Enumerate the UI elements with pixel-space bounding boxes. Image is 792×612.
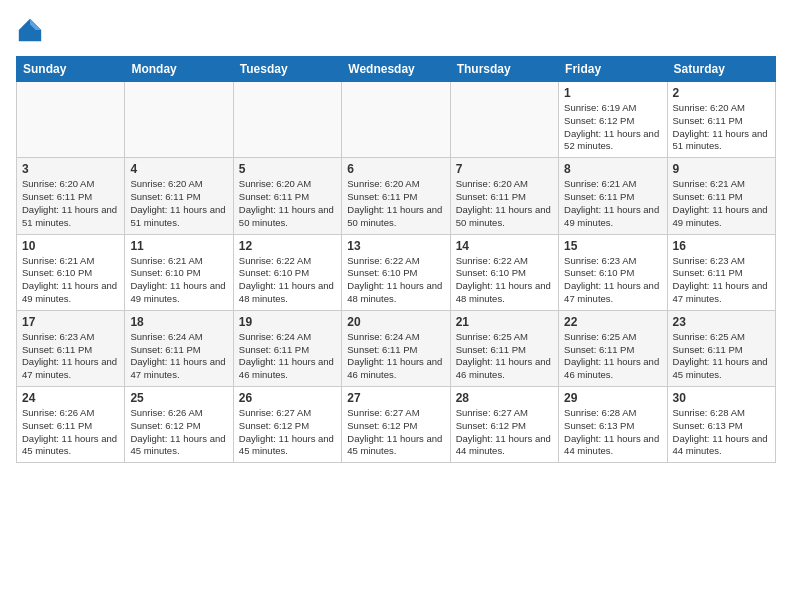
day-info: Sunrise: 6:20 AM Sunset: 6:11 PM Dayligh… [347, 178, 444, 229]
calendar-cell: 14Sunrise: 6:22 AM Sunset: 6:10 PM Dayli… [450, 234, 558, 310]
page-header [16, 16, 776, 44]
calendar-cell: 5Sunrise: 6:20 AM Sunset: 6:11 PM Daylig… [233, 158, 341, 234]
day-info: Sunrise: 6:23 AM Sunset: 6:11 PM Dayligh… [22, 331, 119, 382]
day-number: 27 [347, 391, 444, 405]
calendar-cell: 10Sunrise: 6:21 AM Sunset: 6:10 PM Dayli… [17, 234, 125, 310]
day-info: Sunrise: 6:20 AM Sunset: 6:11 PM Dayligh… [673, 102, 770, 153]
day-info: Sunrise: 6:19 AM Sunset: 6:12 PM Dayligh… [564, 102, 661, 153]
weekday-header: Tuesday [233, 57, 341, 82]
day-info: Sunrise: 6:26 AM Sunset: 6:11 PM Dayligh… [22, 407, 119, 458]
day-number: 28 [456, 391, 553, 405]
day-number: 10 [22, 239, 119, 253]
calendar-week-row: 24Sunrise: 6:26 AM Sunset: 6:11 PM Dayli… [17, 387, 776, 463]
calendar-cell: 9Sunrise: 6:21 AM Sunset: 6:11 PM Daylig… [667, 158, 775, 234]
day-number: 2 [673, 86, 770, 100]
day-number: 5 [239, 162, 336, 176]
day-number: 25 [130, 391, 227, 405]
weekday-header: Saturday [667, 57, 775, 82]
calendar-cell: 16Sunrise: 6:23 AM Sunset: 6:11 PM Dayli… [667, 234, 775, 310]
day-number: 1 [564, 86, 661, 100]
day-info: Sunrise: 6:20 AM Sunset: 6:11 PM Dayligh… [239, 178, 336, 229]
weekday-header: Friday [559, 57, 667, 82]
day-info: Sunrise: 6:20 AM Sunset: 6:11 PM Dayligh… [22, 178, 119, 229]
calendar-cell: 11Sunrise: 6:21 AM Sunset: 6:10 PM Dayli… [125, 234, 233, 310]
calendar-cell: 26Sunrise: 6:27 AM Sunset: 6:12 PM Dayli… [233, 387, 341, 463]
calendar-cell: 6Sunrise: 6:20 AM Sunset: 6:11 PM Daylig… [342, 158, 450, 234]
calendar-cell: 20Sunrise: 6:24 AM Sunset: 6:11 PM Dayli… [342, 310, 450, 386]
calendar-cell: 30Sunrise: 6:28 AM Sunset: 6:13 PM Dayli… [667, 387, 775, 463]
day-number: 22 [564, 315, 661, 329]
day-number: 19 [239, 315, 336, 329]
weekday-header: Sunday [17, 57, 125, 82]
calendar-week-row: 3Sunrise: 6:20 AM Sunset: 6:11 PM Daylig… [17, 158, 776, 234]
day-number: 7 [456, 162, 553, 176]
day-number: 9 [673, 162, 770, 176]
day-number: 11 [130, 239, 227, 253]
day-number: 15 [564, 239, 661, 253]
day-info: Sunrise: 6:25 AM Sunset: 6:11 PM Dayligh… [673, 331, 770, 382]
day-info: Sunrise: 6:24 AM Sunset: 6:11 PM Dayligh… [239, 331, 336, 382]
day-number: 30 [673, 391, 770, 405]
calendar-cell: 24Sunrise: 6:26 AM Sunset: 6:11 PM Dayli… [17, 387, 125, 463]
calendar-cell [17, 82, 125, 158]
day-info: Sunrise: 6:21 AM Sunset: 6:11 PM Dayligh… [673, 178, 770, 229]
weekday-header: Wednesday [342, 57, 450, 82]
calendar-cell: 2Sunrise: 6:20 AM Sunset: 6:11 PM Daylig… [667, 82, 775, 158]
day-number: 8 [564, 162, 661, 176]
calendar-cell: 22Sunrise: 6:25 AM Sunset: 6:11 PM Dayli… [559, 310, 667, 386]
calendar-cell [450, 82, 558, 158]
calendar-cell: 28Sunrise: 6:27 AM Sunset: 6:12 PM Dayli… [450, 387, 558, 463]
calendar-cell: 18Sunrise: 6:24 AM Sunset: 6:11 PM Dayli… [125, 310, 233, 386]
day-info: Sunrise: 6:20 AM Sunset: 6:11 PM Dayligh… [456, 178, 553, 229]
day-info: Sunrise: 6:23 AM Sunset: 6:10 PM Dayligh… [564, 255, 661, 306]
day-number: 26 [239, 391, 336, 405]
day-info: Sunrise: 6:20 AM Sunset: 6:11 PM Dayligh… [130, 178, 227, 229]
calendar-table: SundayMondayTuesdayWednesdayThursdayFrid… [16, 56, 776, 463]
day-number: 3 [22, 162, 119, 176]
calendar-week-row: 10Sunrise: 6:21 AM Sunset: 6:10 PM Dayli… [17, 234, 776, 310]
day-number: 14 [456, 239, 553, 253]
calendar-cell: 19Sunrise: 6:24 AM Sunset: 6:11 PM Dayli… [233, 310, 341, 386]
calendar-cell: 25Sunrise: 6:26 AM Sunset: 6:12 PM Dayli… [125, 387, 233, 463]
calendar-cell [342, 82, 450, 158]
day-info: Sunrise: 6:27 AM Sunset: 6:12 PM Dayligh… [347, 407, 444, 458]
calendar-cell: 15Sunrise: 6:23 AM Sunset: 6:10 PM Dayli… [559, 234, 667, 310]
calendar-cell: 7Sunrise: 6:20 AM Sunset: 6:11 PM Daylig… [450, 158, 558, 234]
weekday-header: Monday [125, 57, 233, 82]
calendar-cell: 27Sunrise: 6:27 AM Sunset: 6:12 PM Dayli… [342, 387, 450, 463]
day-info: Sunrise: 6:27 AM Sunset: 6:12 PM Dayligh… [239, 407, 336, 458]
weekday-header-row: SundayMondayTuesdayWednesdayThursdayFrid… [17, 57, 776, 82]
day-info: Sunrise: 6:23 AM Sunset: 6:11 PM Dayligh… [673, 255, 770, 306]
day-info: Sunrise: 6:25 AM Sunset: 6:11 PM Dayligh… [564, 331, 661, 382]
day-number: 12 [239, 239, 336, 253]
day-info: Sunrise: 6:22 AM Sunset: 6:10 PM Dayligh… [456, 255, 553, 306]
day-number: 29 [564, 391, 661, 405]
day-number: 21 [456, 315, 553, 329]
day-number: 6 [347, 162, 444, 176]
day-number: 4 [130, 162, 227, 176]
calendar-cell: 29Sunrise: 6:28 AM Sunset: 6:13 PM Dayli… [559, 387, 667, 463]
calendar-week-row: 1Sunrise: 6:19 AM Sunset: 6:12 PM Daylig… [17, 82, 776, 158]
calendar-cell: 17Sunrise: 6:23 AM Sunset: 6:11 PM Dayli… [17, 310, 125, 386]
calendar-cell: 13Sunrise: 6:22 AM Sunset: 6:10 PM Dayli… [342, 234, 450, 310]
calendar-cell [233, 82, 341, 158]
day-number: 24 [22, 391, 119, 405]
day-info: Sunrise: 6:24 AM Sunset: 6:11 PM Dayligh… [347, 331, 444, 382]
day-info: Sunrise: 6:27 AM Sunset: 6:12 PM Dayligh… [456, 407, 553, 458]
day-info: Sunrise: 6:22 AM Sunset: 6:10 PM Dayligh… [239, 255, 336, 306]
calendar-cell: 8Sunrise: 6:21 AM Sunset: 6:11 PM Daylig… [559, 158, 667, 234]
day-info: Sunrise: 6:21 AM Sunset: 6:11 PM Dayligh… [564, 178, 661, 229]
day-info: Sunrise: 6:21 AM Sunset: 6:10 PM Dayligh… [130, 255, 227, 306]
calendar-cell: 23Sunrise: 6:25 AM Sunset: 6:11 PM Dayli… [667, 310, 775, 386]
day-info: Sunrise: 6:25 AM Sunset: 6:11 PM Dayligh… [456, 331, 553, 382]
logo-icon [16, 16, 44, 44]
day-info: Sunrise: 6:26 AM Sunset: 6:12 PM Dayligh… [130, 407, 227, 458]
calendar-cell: 3Sunrise: 6:20 AM Sunset: 6:11 PM Daylig… [17, 158, 125, 234]
logo [16, 16, 48, 44]
calendar-cell: 1Sunrise: 6:19 AM Sunset: 6:12 PM Daylig… [559, 82, 667, 158]
day-number: 16 [673, 239, 770, 253]
day-info: Sunrise: 6:28 AM Sunset: 6:13 PM Dayligh… [673, 407, 770, 458]
day-info: Sunrise: 6:22 AM Sunset: 6:10 PM Dayligh… [347, 255, 444, 306]
day-number: 18 [130, 315, 227, 329]
calendar-week-row: 17Sunrise: 6:23 AM Sunset: 6:11 PM Dayli… [17, 310, 776, 386]
